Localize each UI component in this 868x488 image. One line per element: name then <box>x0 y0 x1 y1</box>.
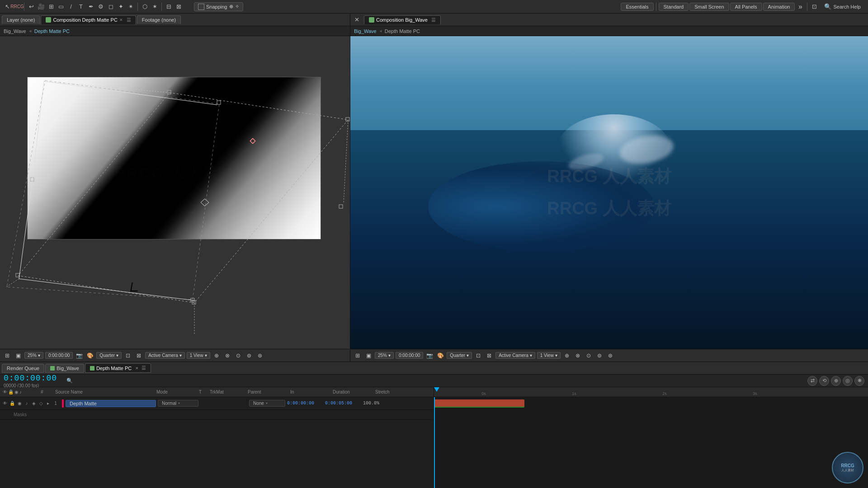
timeline-ctrl4[interactable]: ◎ <box>843 376 853 386</box>
essentials-workspace-btn[interactable]: Essentials <box>621 3 653 11</box>
depth-matte-pc-tab[interactable]: Depth Matte PC ✕ ☰ <box>85 363 151 373</box>
shape-icon[interactable]: ⬡ <box>140 2 149 11</box>
layer1-parent-dropdown[interactable]: None ▾ <box>249 400 285 407</box>
right-viewer-safe-icon[interactable]: ▣ <box>364 351 373 360</box>
layer1-solo-icon[interactable]: ◉ <box>16 400 23 407</box>
standard-workspace-btn[interactable]: Standard <box>659 3 689 11</box>
right-view-count-dropdown[interactable]: 1 View ▾ <box>537 352 561 359</box>
color-correct-icon[interactable]: 🎨 <box>85 351 94 360</box>
layer1-mode-dropdown[interactable]: Normal ▾ <box>158 400 198 407</box>
clone-icon[interactable]: ⚙ <box>96 2 105 11</box>
comp-tab-close[interactable]: ✕ <box>119 18 123 22</box>
timeline-ctrl1[interactable]: ⇄ <box>807 376 817 386</box>
viewer-grid-icon[interactable]: ⊞ <box>3 351 12 360</box>
right-camera-view-dropdown[interactable]: Active Camera ▾ <box>495 352 535 359</box>
distort-icon[interactable]: ⊠ <box>174 2 183 11</box>
layer1-track-bar-red[interactable] <box>434 399 524 407</box>
star-icon[interactable]: ✶ <box>150 2 159 11</box>
layer1-eye-icon[interactable]: 👁 <box>2 400 8 407</box>
zoom-dropdown[interactable]: 25% ▾ <box>24 352 43 359</box>
right-comp-tab-label: Composition Big_Wave <box>376 17 428 23</box>
render-queue-tab[interactable]: Render Queue <box>2 364 44 373</box>
camera-view-dropdown-left[interactable]: Active Camera ▾ <box>145 352 185 359</box>
layer1-duration: 0:00:05:00 <box>325 401 361 406</box>
footage-tab[interactable]: Footage (none) <box>137 15 181 24</box>
roto-icon[interactable]: ✦ <box>116 2 125 11</box>
right-composition-tab[interactable]: Composition Big_Wave ☰ <box>364 15 441 24</box>
timeline-search-btn[interactable]: 🔍 <box>65 376 74 385</box>
breadcrumb-bigwave-left[interactable]: Big_Wave <box>4 28 26 34</box>
timeline-ctrl5[interactable]: ❋ <box>854 376 864 386</box>
layer1-lock-icon[interactable]: 🔒 <box>9 400 15 407</box>
comp-tab-menu[interactable]: ☰ <box>127 17 131 23</box>
snapping-button[interactable]: Snapping ⊕ ✧ <box>194 2 243 11</box>
layer1-adjust-icon[interactable]: ◇ <box>38 400 44 407</box>
right-viewer-icon4[interactable]: ⊚ <box>595 351 604 360</box>
animation-workspace-btn[interactable]: Animation <box>763 3 795 11</box>
region-icon[interactable]: ⊞ <box>47 2 56 11</box>
right-viewer-icon3[interactable]: ⊙ <box>584 351 593 360</box>
quality-dropdown-left[interactable]: Quarter ▾ <box>96 352 122 359</box>
right-pixel-ratio-icon[interactable]: ⊠ <box>485 351 494 360</box>
right-comp-tab-menu[interactable]: ☰ <box>431 17 436 23</box>
eraser-icon[interactable]: ◻ <box>106 2 115 11</box>
undo-icon[interactable]: ↩ <box>27 2 36 11</box>
layer-column-headers: 👁 🔒 ◉ ♪ # Source Name Mode T TrkMat Pare… <box>0 387 434 397</box>
viewer-safe-icon[interactable]: ▣ <box>14 351 23 360</box>
layer1-name[interactable]: Depth Matte <box>66 400 156 407</box>
layer1-motion-icon[interactable]: ◈ <box>31 400 37 407</box>
timeline-ctrl2[interactable]: ⟲ <box>819 376 829 386</box>
layer1-audio-icon[interactable]: ♪ <box>24 400 30 407</box>
big-wave-tab[interactable]: Big_Wave <box>45 364 84 373</box>
composition-depth-tab[interactable]: Composition Depth Matte PC ✕ ☰ <box>41 15 136 24</box>
right-transparency-icon[interactable]: ⊡ <box>474 351 483 360</box>
view-count-dropdown-left[interactable]: 1 View ▾ <box>187 352 210 359</box>
search-help-area[interactable]: 🔍 Search Help <box>820 2 865 11</box>
ruler-mark-3s: 3s <box>710 391 800 396</box>
puppet-icon[interactable]: ✴ <box>126 2 135 11</box>
timeline-area: Render Queue Big_Wave Depth Matte PC ✕ ☰… <box>0 361 868 488</box>
rect-tool-icon[interactable]: ▭ <box>57 2 66 11</box>
right-comp-viewer: RRCG 人人素材 RRCG 人人素材 <box>350 36 868 349</box>
right-viewer-icon1[interactable]: ⊕ <box>562 351 571 360</box>
mode-col-header: Mode <box>156 389 197 394</box>
small-screen-workspace-btn[interactable]: Small Screen <box>689 3 729 11</box>
right-quality-dropdown[interactable]: Quarter ▾ <box>447 352 472 359</box>
right-color-icon[interactable]: 🎨 <box>436 351 445 360</box>
pixel-ratio-icon[interactable]: ⊠ <box>134 351 143 360</box>
right-panel-close[interactable]: ✕ <box>352 15 361 24</box>
right-viewer-icon5[interactable]: ⊛ <box>606 351 615 360</box>
right-timecode-display[interactable]: 0:00:00:00 <box>396 352 423 359</box>
more-workspaces-icon[interactable]: » <box>796 2 805 11</box>
depth-matte-close[interactable]: ✕ <box>135 366 139 371</box>
layer-tab[interactable]: Layer (none) <box>2 15 40 24</box>
breadcrumb-bigwave-right[interactable]: Big_Wave <box>354 28 377 34</box>
pen-tool-icon[interactable]: / <box>66 2 75 11</box>
right-viewer-icon2[interactable]: ⊗ <box>573 351 582 360</box>
all-panels-workspace-btn[interactable]: All Panels <box>730 3 762 11</box>
breadcrumb-depthmatte-left[interactable]: Depth Matte PC <box>34 28 70 34</box>
transparency-icon[interactable]: ⊡ <box>123 351 132 360</box>
quality-arrow-left: ▾ <box>116 353 118 358</box>
align-icon[interactable]: ⊟ <box>164 2 173 11</box>
depth-matte-menu[interactable]: ☰ <box>142 365 146 371</box>
snapping-checkbox[interactable] <box>198 4 204 10</box>
paint-icon[interactable]: ✒ <box>86 2 95 11</box>
right-viewer-grid-icon[interactable]: ⊞ <box>353 351 362 360</box>
viewer-icon3[interactable]: ⊙ <box>234 351 243 360</box>
right-capture-icon[interactable]: 📷 <box>425 351 434 360</box>
viewer-icon5[interactable]: ⊛ <box>255 351 264 360</box>
viewer-icon2[interactable]: ⊗ <box>223 351 232 360</box>
text-tool-icon[interactable]: T <box>76 2 85 11</box>
timeline-ctrl3[interactable]: ⊕ <box>831 376 841 386</box>
timecode-display[interactable]: 0:00:00:00 <box>45 352 73 359</box>
layer-tab-label: Layer (none) <box>7 17 35 23</box>
camera-capture-icon[interactable]: 🎥 <box>37 2 46 11</box>
capture-frame-icon[interactable]: 📷 <box>75 351 84 360</box>
breadcrumb-depthmatte-right[interactable]: Depth Matte PC <box>385 28 420 34</box>
viewer-icon1[interactable]: ⊕ <box>212 351 221 360</box>
layout-icon[interactable]: ⊡ <box>810 2 819 11</box>
right-zoom-dropdown[interactable]: 25% ▾ <box>375 352 394 359</box>
layer1-expand-arrow[interactable]: ▸ <box>47 401 49 406</box>
viewer-icon4[interactable]: ⊚ <box>245 351 254 360</box>
